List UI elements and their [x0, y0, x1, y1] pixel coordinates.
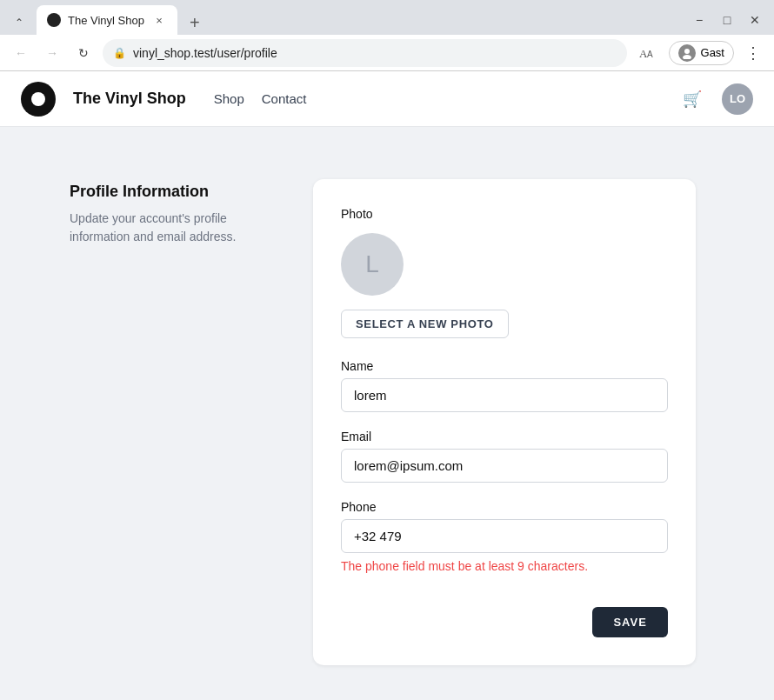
close-button[interactable]: ✕ — [743, 8, 767, 32]
email-label: Email — [341, 430, 668, 443]
maximize-button[interactable]: □ — [715, 8, 739, 32]
photo-label: Photo — [341, 207, 668, 221]
nav-shop[interactable]: Shop — [214, 91, 244, 106]
name-label: Name — [341, 359, 668, 373]
browser-profile-icon — [678, 44, 696, 62]
app-page: The Vinyl Shop Shop Contact 🛒 LO Profile… — [0, 71, 774, 700]
forward-button[interactable]: → — [40, 41, 64, 65]
cart-button[interactable]: 🛒 — [677, 83, 708, 115]
phone-error-message: The phone field must be at least 9 chara… — [341, 558, 668, 576]
address-url: vinyl_shop.test/user/profile — [133, 46, 617, 60]
browser-chrome: ⌃ The Vinyl Shop × + − □ ✕ ← → ↻ 🔒 vinyl… — [0, 0, 774, 700]
phone-input[interactable] — [341, 519, 668, 553]
svg-text:A: A — [647, 50, 653, 59]
tab-prev-button[interactable]: ⌃ — [7, 10, 31, 35]
cart-icon: 🛒 — [683, 90, 702, 109]
browser-tab-active[interactable]: The Vinyl Shop × — [37, 5, 177, 35]
browser-menu-button[interactable]: ⋮ — [741, 41, 765, 65]
site-logo — [21, 82, 56, 117]
tab-title: The Vinyl Shop — [68, 14, 144, 27]
email-field-group: Email — [341, 430, 668, 483]
browser-profile-button[interactable]: Gast — [669, 41, 734, 65]
phone-field-group: Phone The phone field must be at least 9… — [341, 500, 668, 576]
browser-profile-label: Gast — [701, 46, 724, 59]
tab-favicon — [47, 13, 61, 27]
avatar-preview: L — [341, 233, 404, 296]
phone-label: Phone — [341, 500, 668, 514]
email-input[interactable] — [341, 449, 668, 483]
tab-close-button[interactable]: × — [151, 12, 167, 28]
translate-button[interactable]: A A — [634, 39, 662, 67]
name-input[interactable] — [341, 378, 668, 412]
sidebar-description: Update your account's profile informatio… — [70, 210, 261, 246]
svg-point-2 — [684, 49, 690, 54]
browser-titlebar: ⌃ The Vinyl Shop × + − □ ✕ — [0, 0, 774, 35]
browser-tabs: ⌃ The Vinyl Shop × + — [7, 5, 687, 35]
select-photo-button[interactable]: SELECT A NEW PHOTO — [341, 310, 509, 338]
minimize-button[interactable]: − — [687, 8, 711, 32]
window-controls: − □ ✕ — [687, 8, 767, 32]
vinyl-record-icon — [31, 92, 45, 106]
nav-contact[interactable]: Contact — [262, 91, 307, 106]
name-field-group: Name — [341, 359, 668, 412]
site-nav: Shop Contact — [214, 91, 659, 106]
lock-icon: 🔒 — [113, 47, 126, 59]
back-button[interactable]: ← — [9, 41, 33, 65]
save-button[interactable]: SAVE — [592, 607, 668, 637]
site-name: The Vinyl Shop — [73, 90, 186, 108]
address-bar[interactable]: 🔒 vinyl_shop.test/user/profile — [103, 39, 627, 67]
site-header: The Vinyl Shop Shop Contact 🛒 LO — [0, 71, 774, 127]
new-tab-button[interactable]: + — [183, 10, 207, 35]
photo-section: Photo L SELECT A NEW PHOTO — [341, 207, 668, 338]
site-header-right: 🛒 LO — [677, 83, 753, 115]
sidebar-info: Profile Information Update your account'… — [70, 179, 261, 665]
reload-button[interactable]: ↻ — [71, 41, 96, 65]
browser-addressbar: ← → ↻ 🔒 vinyl_shop.test/user/profile A A… — [0, 35, 774, 71]
main-content: Profile Information Update your account'… — [0, 127, 774, 700]
user-avatar[interactable]: LO — [722, 83, 753, 115]
card-footer: SAVE — [341, 593, 668, 637]
sidebar-title: Profile Information — [70, 183, 261, 201]
svg-point-3 — [683, 55, 691, 59]
profile-card: Photo L SELECT A NEW PHOTO Name Email Ph… — [313, 179, 696, 665]
